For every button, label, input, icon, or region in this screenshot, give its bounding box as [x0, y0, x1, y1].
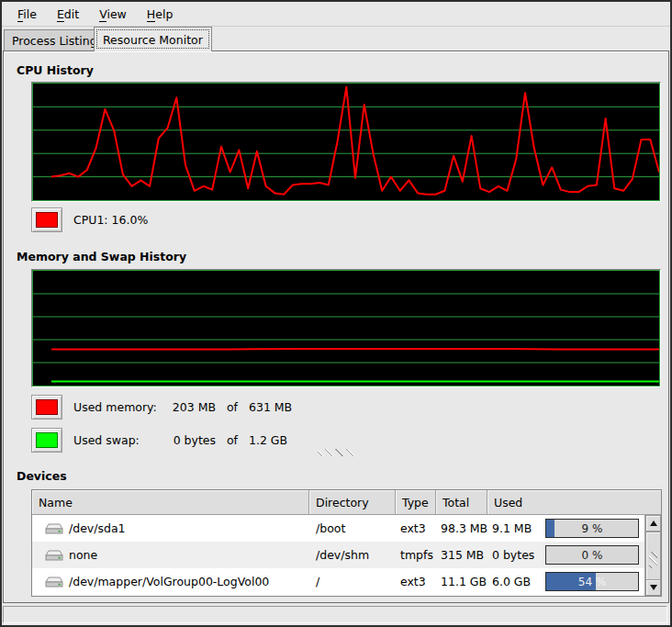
- scrollbar-up-button[interactable]: [645, 515, 661, 532]
- cpu-legend: CPU1: 16.0%: [31, 207, 148, 232]
- device-name-cell: /dev/sda1: [32, 521, 309, 535]
- memory-color-swatch: [36, 399, 58, 415]
- devices-scrollbar[interactable]: [644, 515, 661, 596]
- device-used-cell: 9.1 MB9 %: [487, 519, 645, 538]
- device-name-cell: /dev/mapper/VolGroup00-LogVol00: [32, 575, 309, 588]
- scrollbar-grip-icon: [649, 552, 657, 568]
- device-usage-bar: 0 %: [545, 545, 639, 565]
- pane-resize-grip[interactable]: [318, 449, 354, 456]
- swap-used-value: 0 bytes: [162, 433, 216, 447]
- down-arrow-icon: [650, 585, 657, 590]
- memory-of-text: of: [221, 400, 243, 414]
- device-row[interactable]: /dev/mapper/VolGroup00-LogVol00/ext311.1…: [32, 568, 645, 595]
- devices-table-header: Name Directory Type Total Used: [32, 490, 661, 515]
- device-name-cell: none: [32, 548, 309, 562]
- usage-percent-label: 0 %: [546, 546, 638, 564]
- menu-help[interactable]: Help: [137, 4, 184, 25]
- devices-table-body: /dev/sda1/bootext398.3 MB9.1 MB9 %none/d…: [32, 515, 645, 596]
- device-type: ext3: [396, 575, 436, 588]
- swap-legend-label: Used swap:: [73, 433, 162, 447]
- device-used-cell: 0 bytes0 %: [487, 545, 645, 565]
- usage-percent-label: 9 %: [546, 520, 638, 537]
- menu-edit[interactable]: Edit: [47, 4, 89, 25]
- memory-graph-canvas: [32, 270, 660, 386]
- device-name: /dev/sda1: [69, 521, 126, 535]
- device-total: 315 MB: [436, 548, 487, 562]
- cpu-history-graph: [31, 82, 661, 202]
- device-name: none: [69, 548, 97, 562]
- status-bar: [3, 606, 667, 623]
- disk-drive-icon: [45, 549, 63, 562]
- device-directory: /: [309, 575, 396, 588]
- system-monitor-window: File Edit View Help Process Listing Reso…: [0, 0, 672, 627]
- usage-percent-label: 54 %: [546, 573, 638, 590]
- resource-monitor-page: CPU History CPU1: 16.0% Memory and Swap …: [3, 50, 669, 603]
- device-used: 6.0 GB: [492, 575, 531, 588]
- device-name: /dev/mapper/VolGroup00-LogVol00: [69, 575, 269, 588]
- column-header-type[interactable]: Type: [396, 490, 436, 515]
- memory-total-value: 631 MB: [249, 400, 292, 414]
- device-used: 0 bytes: [492, 548, 534, 562]
- devices-title: Devices: [17, 469, 67, 483]
- swap-color-button[interactable]: [31, 428, 62, 453]
- column-header-directory[interactable]: Directory: [309, 490, 396, 515]
- cpu-graph-canvas: [32, 83, 660, 201]
- device-total: 98.3 MB: [436, 521, 487, 535]
- device-type: ext3: [396, 521, 436, 535]
- column-header-used[interactable]: Used: [487, 490, 661, 515]
- memory-legend: Used memory: 203 MB of 631 MB: [31, 395, 292, 420]
- memory-legend-label: Used memory:: [73, 400, 162, 414]
- menu-view[interactable]: View: [89, 4, 137, 25]
- disk-drive-icon: [45, 522, 63, 535]
- memory-swap-graph: [31, 269, 661, 387]
- device-used-cell: 6.0 GB54 %: [487, 572, 645, 591]
- column-header-name[interactable]: Name: [32, 490, 309, 515]
- device-usage-bar: 54 %: [545, 572, 639, 591]
- tab-process-listing[interactable]: Process Listing: [4, 29, 106, 50]
- swap-total-value: 1.2 GB: [249, 433, 287, 447]
- menubar: File Edit View Help: [2, 2, 670, 27]
- cpu1-legend-label: CPU1: 16.0%: [73, 213, 148, 227]
- cpu1-color-button[interactable]: [31, 207, 62, 232]
- device-directory: /boot: [309, 521, 396, 535]
- scrollbar-down-button[interactable]: [645, 579, 661, 596]
- device-row[interactable]: /dev/sda1/bootext398.3 MB9.1 MB9 %: [32, 515, 645, 542]
- cpu1-color-swatch: [36, 212, 58, 228]
- column-header-total[interactable]: Total: [436, 490, 487, 515]
- disk-drive-icon: [45, 576, 63, 588]
- memory-used-value: 203 MB: [162, 400, 216, 414]
- up-arrow-icon: [650, 521, 657, 526]
- swap-legend: Used swap: 0 bytes of 1.2 GB: [31, 428, 287, 453]
- memory-swap-title: Memory and Swap History: [17, 250, 186, 263]
- memory-color-button[interactable]: [31, 395, 62, 420]
- device-used: 9.1 MB: [492, 521, 532, 535]
- device-directory: /dev/shm: [309, 548, 396, 562]
- device-total: 11.1 GB: [436, 575, 487, 588]
- device-type: tmpfs: [396, 548, 436, 562]
- device-row[interactable]: none/dev/shmtmpfs315 MB0 bytes0 %: [32, 542, 645, 568]
- cpu-history-title: CPU History: [17, 63, 94, 77]
- device-usage-bar: 9 %: [545, 519, 639, 538]
- swap-of-text: of: [221, 433, 243, 447]
- devices-table: Name Directory Type Total Used /dev/sda1…: [31, 489, 662, 597]
- tab-strip: Process Listing Resource Monitor: [2, 26, 670, 51]
- menu-file[interactable]: File: [7, 4, 47, 25]
- tab-resource-monitor[interactable]: Resource Monitor: [94, 27, 212, 51]
- swap-color-swatch: [36, 432, 58, 448]
